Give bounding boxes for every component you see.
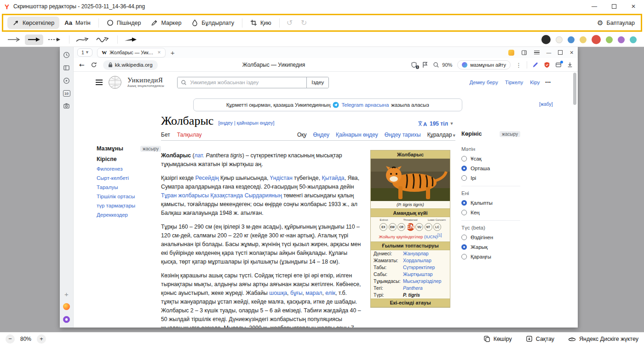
browser-maximize-button[interactable] [558, 50, 563, 55]
article-link[interactable]: Тұран жолбарысы [161, 192, 209, 199]
tab-close-icon[interactable]: ✕ [157, 50, 161, 55]
appearance-option[interactable]: Жарық [461, 244, 520, 250]
browser-close-button[interactable]: ✕ [569, 50, 574, 55]
screenshot-tool-icon[interactable] [63, 103, 70, 109]
telegram-link[interactable]: Telegram арнасына [341, 102, 389, 108]
edit-links[interactable]: [өңдеу | қайнарын өңдеу] [218, 120, 274, 126]
history-icon[interactable] [63, 52, 70, 58]
radio-button[interactable] [461, 156, 467, 161]
appearance-option[interactable]: Ұсақ [461, 156, 520, 161]
search-button[interactable]: Іздеу [306, 77, 328, 88]
scrollbar-thumb[interactable] [573, 73, 576, 105]
protect-shield-icon[interactable] [544, 62, 550, 68]
banner-close-link[interactable]: [жабу] [539, 101, 553, 107]
article-link[interactable]: елік [325, 290, 335, 296]
download-icon[interactable] [567, 62, 573, 68]
taxonomy-value[interactable]: Сүтқоректілер [403, 264, 435, 270]
color-swatch[interactable] [541, 35, 551, 44]
editor-canvas[interactable]: 10 + 1 ▼ W Жолбарыс — Уикипедия [0, 47, 644, 332]
arrow-style-solid-button[interactable] [25, 34, 43, 45]
refresh-button[interactable] [91, 62, 97, 68]
language-selector[interactable]: А 195 тіл ▼ [418, 121, 453, 127]
more-menu-icon[interactable]: ••• [546, 80, 551, 85]
toc-item[interactable]: Тіршілік ортасы [97, 194, 161, 199]
save-button[interactable]: Сақтау [526, 335, 554, 342]
more-options-icon[interactable]: ⋮ [516, 62, 522, 69]
article-view-tab[interactable]: Қайнарын өңдеу [336, 132, 378, 138]
url-box[interactable]: kk.wikipedia.org [103, 60, 158, 70]
reference-link[interactable]: [1] [437, 233, 442, 237]
radio-button[interactable] [461, 254, 467, 259]
toc-item[interactable]: Сырт-келбеті [97, 175, 161, 181]
article-view-tab[interactable]: Оқу [297, 132, 307, 138]
iucn-link[interactable]: (IUCN) [424, 235, 437, 239]
arrow-style-tapered-button[interactable] [121, 34, 140, 45]
page-zoom-level[interactable]: 90% [442, 62, 452, 68]
editor-pencil-icon[interactable] [532, 62, 539, 68]
tool-marker-button[interactable]: Маркер [146, 17, 186, 29]
radio-button[interactable] [461, 166, 467, 171]
extension-icon[interactable] [508, 50, 514, 56]
page-scrollbar[interactable] [573, 73, 576, 326]
maximize-button[interactable] [612, 4, 616, 9]
header-link[interactable]: Демеу беру [469, 80, 498, 85]
toc-hide-button[interactable]: жасыру [140, 146, 161, 152]
play-icon[interactable] [63, 77, 70, 84]
arrow-style-squiggle-button[interactable] [93, 34, 112, 45]
article-view-tab[interactable]: Құралдар ▼ [427, 132, 455, 138]
music-service-icon[interactable] [63, 303, 70, 310]
taxonomy-value[interactable]: Жануарлар [403, 251, 429, 256]
article-view-tab[interactable]: Өңдеу тарихы [385, 132, 421, 138]
tool-crop-button[interactable]: Қию [245, 17, 276, 29]
tool-text-button[interactable]: Аа Мәтін [59, 17, 96, 29]
color-swatch[interactable] [606, 36, 613, 43]
browser-menu-icon[interactable] [534, 50, 540, 56]
radio-button[interactable] [461, 210, 467, 215]
tab-counter[interactable]: 1 ▼ [77, 48, 92, 57]
add-panel-icon[interactable]: + [64, 292, 69, 297]
upload-to-disk-button[interactable]: Яндекс Дискіге жүктеу [568, 335, 638, 342]
zoom-in-button[interactable]: + [37, 334, 46, 344]
zoom-out-button[interactable]: − [6, 334, 15, 344]
arrow-style-curved-button[interactable] [73, 34, 92, 45]
appearance-option[interactable]: Кең [461, 210, 520, 215]
back-button[interactable]: ← [79, 61, 85, 69]
redo-button[interactable]: ↻ [297, 18, 311, 27]
tool-blur-button[interactable]: Бұлдырлату [186, 17, 239, 29]
page-zoom-icon[interactable] [433, 62, 439, 68]
appearance-option[interactable]: Өздігінен [461, 235, 520, 240]
article-link[interactable]: Ресейдің [196, 175, 219, 181]
status-link[interactable]: Жойылу қаупіндегілер [379, 235, 423, 239]
taxonomy-value[interactable]: Хордалылар [403, 258, 431, 263]
arrow-style-thin-button[interactable] [5, 34, 23, 45]
color-swatch[interactable] [592, 35, 601, 44]
article-link[interactable]: лат. [195, 152, 204, 159]
undo-button[interactable]: ↺ [282, 18, 297, 27]
tab-page[interactable]: Бет [161, 132, 170, 138]
downloads-panel-icon[interactable] [555, 62, 562, 68]
article-link[interactable]: Қазақстанда [210, 192, 243, 199]
toc-item[interactable]: Филогенез [97, 166, 161, 172]
article-link[interactable]: Сырдарияның [245, 192, 282, 199]
toc-item[interactable]: Кіріспе [97, 156, 161, 162]
article-link[interactable]: Үндістан [270, 175, 293, 181]
appearance-hide-button[interactable]: жасыру [500, 131, 520, 137]
hamburger-menu-icon[interactable] [96, 78, 103, 86]
radio-button[interactable] [461, 235, 467, 240]
settings-button[interactable]: ⚙ Баптаулар [597, 19, 637, 27]
read-aloud-button[interactable]: мазмұнын айту [457, 60, 511, 69]
tab-talk[interactable]: Талқылау [177, 132, 202, 138]
appearance-option[interactable]: Қалыпты [461, 200, 520, 206]
color-swatch[interactable] [568, 36, 575, 43]
browser-tab[interactable]: W Жолбарыс — Уикипедия ✕ [97, 48, 166, 58]
new-tab-button[interactable]: + [171, 49, 175, 57]
toc-item[interactable]: Таралуы [97, 184, 161, 190]
arrow-style-dashed-button[interactable] [45, 34, 63, 45]
header-link[interactable]: Кіру [530, 80, 540, 85]
side-panel-icon[interactable] [521, 50, 527, 56]
browser-minimize-button[interactable]: — [546, 50, 552, 55]
wikipedia-globe-logo[interactable] [108, 75, 122, 89]
bookmark-flag-icon[interactable] [422, 62, 428, 68]
appearance-option[interactable]: Орташа [461, 166, 520, 171]
radio-button[interactable] [461, 200, 467, 206]
